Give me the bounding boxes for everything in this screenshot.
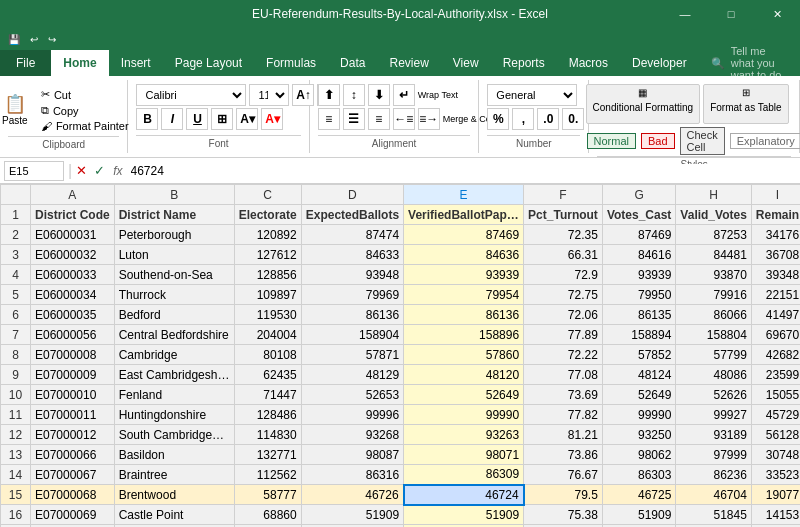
cell-c13[interactable]: 132771 (234, 445, 301, 465)
tab-developer[interactable]: Developer (620, 50, 699, 76)
align-middle-button[interactable]: ↕ (343, 84, 365, 106)
cell-h7[interactable]: 158804 (676, 325, 751, 345)
cell-g15[interactable]: 46725 (602, 485, 675, 505)
cell-a10[interactable]: E07000010 (31, 385, 115, 405)
cell-f8[interactable]: 72.22 (524, 345, 603, 365)
row-header-16[interactable]: 16 (1, 505, 31, 525)
cell-g13[interactable]: 98062 (602, 445, 675, 465)
cell-c11[interactable]: 128486 (234, 405, 301, 425)
cell-i5[interactable]: 22151 (751, 285, 800, 305)
col-header-h[interactable]: H (676, 185, 751, 205)
cell-g11[interactable]: 99990 (602, 405, 675, 425)
maximize-button[interactable]: □ (708, 0, 754, 28)
align-top-button[interactable]: ⬆ (318, 84, 340, 106)
col-header-b[interactable]: B (114, 185, 234, 205)
cell-h4[interactable]: 93870 (676, 265, 751, 285)
cell-i15[interactable]: 19077 (751, 485, 800, 505)
tab-page-layout[interactable]: Page Layout (163, 50, 254, 76)
cell-i8[interactable]: 42682 (751, 345, 800, 365)
copy-button[interactable]: ⧉ Copy (37, 103, 133, 118)
cell-g14[interactable]: 86303 (602, 465, 675, 485)
cell-f15[interactable]: 79.5 (524, 485, 603, 505)
cell-d4[interactable]: 93948 (301, 265, 403, 285)
cell-c3[interactable]: 127612 (234, 245, 301, 265)
cell-c14[interactable]: 112562 (234, 465, 301, 485)
cell-b3[interactable]: Luton (114, 245, 234, 265)
cell-d1[interactable]: ExpectedBallots (301, 205, 403, 225)
cell-h10[interactable]: 52626 (676, 385, 751, 405)
cell-i3[interactable]: 36708 (751, 245, 800, 265)
cell-i1[interactable]: Remain (751, 205, 800, 225)
cell-a5[interactable]: E06000034 (31, 285, 115, 305)
cell-a11[interactable]: E07000011 (31, 405, 115, 425)
cell-a13[interactable]: E07000066 (31, 445, 115, 465)
cell-b15[interactable]: Brentwood (114, 485, 234, 505)
col-header-a[interactable]: A (31, 185, 115, 205)
cell-h3[interactable]: 84481 (676, 245, 751, 265)
cell-h8[interactable]: 57799 (676, 345, 751, 365)
cell-b6[interactable]: Bedford (114, 305, 234, 325)
cell-c9[interactable]: 62435 (234, 365, 301, 385)
cell-c12[interactable]: 114830 (234, 425, 301, 445)
cell-h9[interactable]: 48086 (676, 365, 751, 385)
cell-c15[interactable]: 58777 (234, 485, 301, 505)
cell-e13[interactable]: 98071 (404, 445, 524, 465)
col-header-e[interactable]: E (404, 185, 524, 205)
cell-i2[interactable]: 34176 (751, 225, 800, 245)
tab-file[interactable]: File (0, 50, 51, 76)
cell-g10[interactable]: 52649 (602, 385, 675, 405)
cell-b8[interactable]: Cambridge (114, 345, 234, 365)
cell-i7[interactable]: 69670 (751, 325, 800, 345)
align-bottom-button[interactable]: ⬇ (368, 84, 390, 106)
cell-g3[interactable]: 84616 (602, 245, 675, 265)
cell-b16[interactable]: Castle Point (114, 505, 234, 525)
tab-data[interactable]: Data (328, 50, 377, 76)
cell-f10[interactable]: 73.69 (524, 385, 603, 405)
wrap-text-button[interactable]: ↵ (393, 84, 415, 106)
col-header-g[interactable]: G (602, 185, 675, 205)
number-format-select[interactable]: General (487, 84, 577, 106)
indent-decrease-button[interactable]: ←≡ (393, 108, 415, 130)
cell-e4[interactable]: 93939 (404, 265, 524, 285)
cell-b2[interactable]: Peterborough (114, 225, 234, 245)
cell-i14[interactable]: 33523 (751, 465, 800, 485)
cell-h14[interactable]: 86236 (676, 465, 751, 485)
style-explanatory[interactable]: Explanatory (730, 133, 800, 149)
cell-e12[interactable]: 93263 (404, 425, 524, 445)
cell-d3[interactable]: 84633 (301, 245, 403, 265)
cell-b12[interactable]: South Cambridgeshire (114, 425, 234, 445)
cell-b13[interactable]: Basildon (114, 445, 234, 465)
cell-b11[interactable]: Huntingdonshire (114, 405, 234, 425)
tab-macros[interactable]: Macros (557, 50, 620, 76)
cell-e16[interactable]: 51909 (404, 505, 524, 525)
font-name-select[interactable]: Calibri (136, 84, 246, 106)
cell-f3[interactable]: 66.31 (524, 245, 603, 265)
underline-button[interactable]: U (186, 108, 208, 130)
cell-g12[interactable]: 93250 (602, 425, 675, 445)
cell-e3[interactable]: 84636 (404, 245, 524, 265)
cell-h2[interactable]: 87253 (676, 225, 751, 245)
row-header-9[interactable]: 9 (1, 365, 31, 385)
style-normal[interactable]: Normal (587, 133, 636, 149)
cell-d13[interactable]: 98087 (301, 445, 403, 465)
cell-i16[interactable]: 14153 (751, 505, 800, 525)
cell-a15[interactable]: E07000068 (31, 485, 115, 505)
align-right-button[interactable]: ≡ (368, 108, 390, 130)
cell-g7[interactable]: 158894 (602, 325, 675, 345)
cell-f16[interactable]: 75.38 (524, 505, 603, 525)
cell-g2[interactable]: 87469 (602, 225, 675, 245)
cell-a8[interactable]: E07000008 (31, 345, 115, 365)
col-header-i[interactable]: I (751, 185, 800, 205)
cell-f11[interactable]: 77.82 (524, 405, 603, 425)
cell-d12[interactable]: 93268 (301, 425, 403, 445)
cell-f9[interactable]: 77.08 (524, 365, 603, 385)
cell-b1[interactable]: District Name (114, 205, 234, 225)
sheet-scroll[interactable]: A B C D E F G H I J K 1 District Code (0, 184, 800, 527)
cell-h5[interactable]: 79916 (676, 285, 751, 305)
col-header-f[interactable]: F (524, 185, 603, 205)
fill-color-button[interactable]: A▾ (236, 108, 258, 130)
quick-save-button[interactable]: 💾 (4, 32, 24, 47)
cell-g9[interactable]: 48124 (602, 365, 675, 385)
row-header-11[interactable]: 11 (1, 405, 31, 425)
cell-g4[interactable]: 93939 (602, 265, 675, 285)
